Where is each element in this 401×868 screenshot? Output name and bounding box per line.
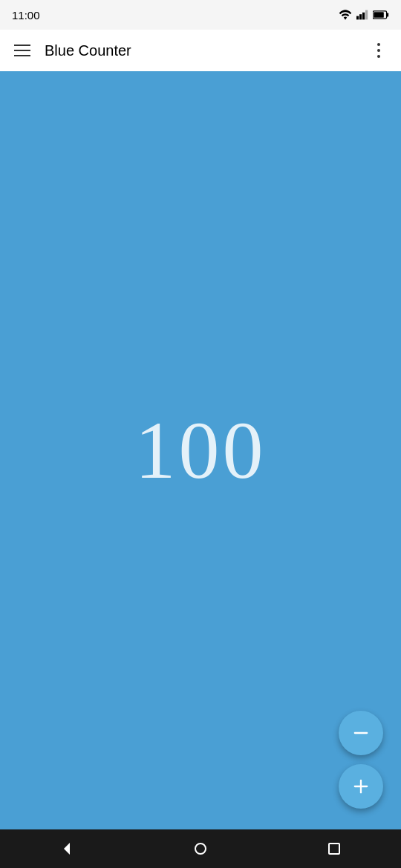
decrement-button[interactable]: [339, 711, 383, 755]
svg-rect-7: [354, 732, 368, 734]
recents-icon: [325, 840, 343, 858]
svg-rect-1: [359, 14, 362, 19]
svg-rect-3: [365, 10, 368, 20]
signal-icon: [356, 10, 368, 20]
counter-display: 100: [135, 404, 267, 498]
svg-rect-0: [356, 16, 359, 20]
svg-rect-6: [374, 12, 384, 18]
main-content[interactable]: 100: [0, 71, 401, 829]
increment-button[interactable]: [339, 764, 383, 809]
svg-rect-2: [362, 13, 365, 20]
svg-marker-10: [64, 843, 70, 855]
back-button[interactable]: [52, 834, 82, 864]
svg-rect-9: [360, 780, 362, 794]
app-title: Blue Counter: [45, 42, 365, 59]
bottom-nav: [0, 829, 401, 868]
back-icon: [58, 840, 76, 858]
minus-icon: [351, 723, 371, 743]
fab-container: [339, 711, 383, 809]
more-options-button[interactable]: [365, 37, 392, 64]
svg-rect-12: [329, 844, 339, 854]
wifi-icon: [339, 10, 352, 20]
status-icons: [339, 10, 389, 20]
status-bar: 11:00: [0, 0, 401, 30]
recents-button[interactable]: [319, 834, 349, 864]
svg-point-11: [195, 844, 206, 854]
home-button[interactable]: [186, 834, 215, 864]
plus-icon: [351, 776, 371, 797]
svg-rect-5: [387, 13, 389, 16]
battery-icon: [373, 10, 389, 19]
hamburger-menu-button[interactable]: [9, 37, 36, 64]
home-icon: [192, 840, 209, 858]
app-bar: Blue Counter: [0, 30, 401, 71]
status-time: 11:00: [12, 9, 40, 22]
